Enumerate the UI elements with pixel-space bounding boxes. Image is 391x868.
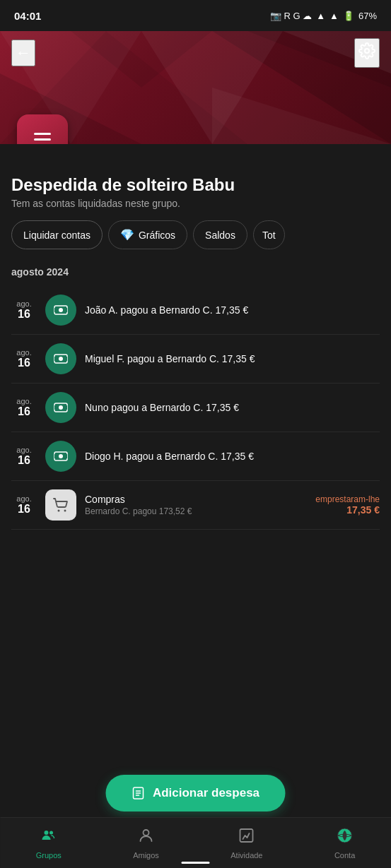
transaction-text: Diogo H. pagou a Bernardo C. 17,35 € [85,451,380,462]
amigos-icon [138,827,155,848]
conta-icon [337,827,354,848]
tab-liquidar[interactable]: Liquidar contas [11,220,103,249]
app-icon [17,114,68,144]
payment-icon [45,295,76,326]
transaction-title: Nuno pagou a Bernardo C. 17,35 € [85,402,380,413]
tab-bar: Liquidar contas 💎 Gráficos Saldos Tot [11,220,380,249]
svg-rect-27 [54,454,57,458]
active-indicator [182,862,210,864]
group-subtitle: Tem as contas liquidadas neste grupo. [11,198,380,209]
transaction-date: ago. 16 [11,446,37,467]
svg-rect-20 [65,357,67,361]
tab-graficos-label: Gráficos [139,230,175,241]
svg-rect-23 [54,405,57,410]
transaction-subtitle: Bernardo C. pagou 173,52 € [85,506,307,516]
grupos-icon [40,827,57,848]
back-button[interactable]: ← [11,40,35,66]
chart-icon [238,827,255,844]
settings-button[interactable] [354,38,380,68]
svg-point-22 [59,405,63,410]
atividade-icon [238,827,255,848]
globe-icon [337,827,354,844]
svg-rect-24 [65,405,67,410]
payment-icon [45,343,76,374]
money-icon [53,302,69,318]
transaction-title: Miguel F. pagou a Bernardo C. 17,35 € [85,353,380,364]
nav-label-conta: Conta [334,851,355,860]
transaction-text: João A. pagou a Bernardo C. 17,35 € [85,304,380,316]
transaction-month: ago. [11,446,37,454]
svg-point-30 [64,510,66,512]
tab-liquidar-label: Liquidar contas [23,230,91,241]
bottom-nav: Grupos Amigos Atividade [0,817,391,868]
svg-point-35 [45,831,49,835]
list-icon [30,127,55,144]
transaction-date: ago. 16 [11,348,37,369]
status-icons: 📷 R G ☁ ▲ ▲ 🔋 67% [270,11,377,21]
svg-point-36 [49,831,53,834]
tab-graficos[interactable]: 💎 Gráficos [108,220,187,249]
svg-point-37 [144,830,149,836]
nav-item-conta[interactable]: Conta [323,821,366,865]
receipt-icon [132,786,146,800]
status-time: 04:01 [14,10,41,22]
gear-icon [358,42,375,59]
payment-icon [45,392,76,423]
signal-icon: ▲ [329,11,339,21]
list-item[interactable]: ago. 16 Miguel F. pagou a Bernardo C. 17… [11,335,380,384]
add-expense-label: Adicionar despesa [153,786,259,800]
transaction-text: Compras Bernardo C. pagou 173,52 € [85,494,307,516]
nav-item-grupos[interactable]: Grupos [25,821,73,865]
tab-tot[interactable]: Tot [253,220,285,249]
list-item[interactable]: ago. 16 Compras Bernardo C. pagou 173,52… [11,481,380,530]
svg-point-29 [58,510,60,512]
svg-point-9 [365,49,369,53]
groups-icon [40,827,57,844]
svg-rect-38 [240,829,253,842]
transaction-title: Diogo H. pagou a Bernardo C. 17,35 € [85,451,380,462]
svg-rect-10 [34,133,51,135]
transaction-day: 16 [11,454,37,467]
header-banner: ← [0,31,391,144]
tab-saldos[interactable]: Saldos [193,220,247,249]
status-bar: 04:01 📷 R G ☁ ▲ ▲ 🔋 67% [0,0,391,31]
list-item[interactable]: ago. 16 João A. pagou a Bernardo C. 17,3… [11,286,380,335]
transaction-month: ago. [11,397,37,405]
svg-point-26 [59,454,63,458]
svg-rect-19 [54,357,57,361]
amount-value: 17,35 € [315,504,380,516]
transaction-text: Nuno pagou a Bernardo C. 17,35 € [85,402,380,413]
header-nav: ← [0,38,391,68]
person-icon [138,827,155,844]
svg-rect-28 [65,454,67,458]
main-content: Despedida de solteiro Babu Tem as contas… [0,175,391,600]
transaction-month: ago. [11,494,37,503]
shopping-icon [45,489,76,521]
add-expense-button[interactable]: Adicionar despesa [106,775,285,811]
transaction-day: 16 [11,308,37,321]
group-title: Despedida de solteiro Babu [11,175,380,195]
list-item[interactable]: ago. 16 Nuno pagou a Bernardo C. 17,35 € [11,384,380,432]
add-expense-container: Adicionar despesa [0,775,391,811]
transaction-title: João A. pagou a Bernardo C. 17,35 € [85,304,380,316]
nav-label-amigos: Amigos [133,851,159,860]
transaction-title: Compras [85,494,307,505]
nav-item-atividade[interactable]: Atividade [219,821,274,865]
notification-icons: 📷 R G ☁ [270,11,312,21]
tab-tot-label: Tot [262,230,276,241]
cart-icon [52,496,70,514]
nav-label-atividade: Atividade [230,851,262,860]
svg-rect-11 [34,138,51,141]
nav-label-grupos: Grupos [36,851,62,860]
transaction-text: Miguel F. pagou a Bernardo C. 17,35 € [85,353,380,364]
transaction-date: ago. 16 [11,299,37,321]
app-icon-container [17,114,68,144]
nav-item-amigos[interactable]: Amigos [122,821,170,865]
svg-point-14 [59,308,63,312]
list-item[interactable]: ago. 16 Diogo H. pagou a Bernardo C. 17,… [11,432,380,481]
transaction-amount: emprestaram-lhe 17,35 € [315,494,380,516]
gem-icon: 💎 [120,228,134,242]
transaction-day: 16 [11,357,37,369]
amount-label: emprestaram-lhe [315,494,380,504]
transaction-date: ago. 16 [11,494,37,516]
